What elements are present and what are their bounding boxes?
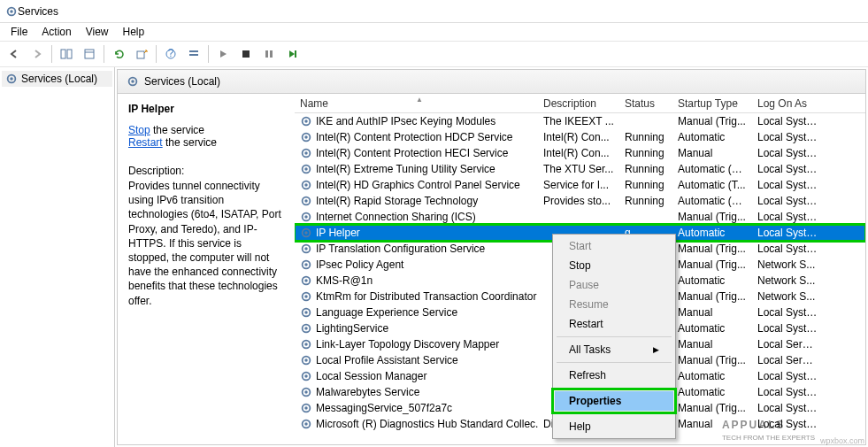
col-description[interactable]: Description (538, 97, 619, 110)
restart-suffix: the service (163, 136, 217, 149)
row-startup: Manual (672, 338, 752, 351)
svg-point-26 (304, 167, 308, 171)
cm-properties[interactable]: Properties (555, 391, 673, 411)
col-name[interactable]: ▲Name (295, 97, 538, 110)
col-startup-type[interactable]: Startup Type (672, 97, 752, 110)
row-description: Intel(R) Con... (538, 131, 619, 143)
svg-point-42 (304, 295, 308, 298)
service-icon (300, 338, 312, 351)
extra-button[interactable] (183, 43, 204, 65)
service-icon (300, 131, 312, 143)
service-row[interactable]: Intel(R) HD Graphics Control Panel Servi… (295, 177, 865, 193)
toolbar-separator (51, 45, 52, 63)
svg-rect-4 (85, 50, 94, 58)
stop-service-button[interactable] (235, 43, 257, 65)
row-startup: Manual (Trig... (672, 211, 752, 223)
description-text: Provides tunnel connectivity using IPv6 … (128, 179, 284, 308)
show-hide-tree-button[interactable] (56, 43, 77, 65)
forward-button[interactable] (27, 43, 48, 65)
restart-play-icon (287, 49, 297, 59)
row-startup: Automatic (D... (672, 195, 752, 207)
service-row[interactable]: Intel(R) Content Protection HDCP Service… (295, 129, 865, 145)
col-log-on-as[interactable]: Log On As (752, 97, 823, 110)
properties-button[interactable] (79, 43, 100, 65)
row-description: The IKEEXT ... (538, 115, 619, 127)
cm-stop[interactable]: Stop (555, 256, 673, 275)
body: Services (Local) Services (Local) IP Hel… (0, 67, 868, 447)
start-service-button[interactable] (212, 43, 234, 65)
svg-point-52 (304, 374, 308, 378)
row-description: Provides ne... (538, 211, 619, 223)
row-logon: Local Service (752, 354, 823, 366)
stop-icon (241, 49, 251, 59)
service-icon (300, 322, 312, 335)
row-name: Microsoft (R) Diagnostics Hub Standard C… (295, 418, 538, 430)
row-status: Running (619, 147, 672, 159)
help-button[interactable]: ? (160, 43, 181, 65)
back-button[interactable] (4, 43, 25, 65)
row-startup: Automatic (672, 131, 752, 143)
restart-service-button[interactable] (281, 43, 303, 65)
menu-file[interactable]: File (4, 24, 35, 40)
service-icon (300, 402, 312, 414)
tree-label: Services (Local) (21, 73, 97, 85)
row-startup: Manual (672, 306, 752, 319)
svg-rect-12 (265, 50, 268, 58)
row-startup: Manual (Trig... (672, 402, 752, 414)
menu-view[interactable]: View (79, 24, 116, 40)
service-row[interactable]: Intel(R) Content Protection HECI Service… (295, 145, 865, 161)
toolbar-separator (208, 45, 209, 63)
row-name: Local Session Manager (295, 370, 538, 382)
service-icon (300, 306, 312, 319)
service-icon (300, 243, 312, 255)
arrow-left-icon (8, 48, 20, 60)
title-bar: Services (0, 0, 868, 23)
row-status: Running (619, 179, 672, 191)
cm-restart[interactable]: Restart (555, 314, 673, 334)
row-name: Link-Layer Topology Discovery Mapper (295, 338, 538, 351)
row-logon: Network S... (752, 290, 823, 303)
service-row[interactable]: Intel(R) Rapid Storage TechnologyProvide… (295, 193, 865, 209)
stop-suffix: the service (150, 124, 204, 136)
restart-service-link[interactable]: Restart (128, 136, 163, 149)
stop-service-link[interactable]: Stop (128, 124, 150, 136)
menu-help[interactable]: Help (116, 24, 152, 40)
tree-services-local[interactable]: Services (Local) (2, 71, 112, 87)
chevron-right-icon: ▶ (653, 345, 659, 354)
row-startup: Automatic (672, 227, 752, 239)
export-button[interactable] (131, 43, 152, 65)
refresh-button[interactable] (108, 43, 129, 65)
service-row[interactable]: IKE and AuthIP IPsec Keying ModulesThe I… (295, 113, 865, 129)
cm-help[interactable]: Help (555, 417, 673, 436)
row-logon: Local Syste... (752, 163, 823, 175)
service-title: IP Helper (128, 103, 284, 115)
refresh-icon (112, 48, 125, 60)
svg-point-34 (304, 231, 308, 235)
service-row[interactable]: Internet Connection Sharing (ICS)Provide… (295, 209, 865, 225)
row-logon: Local Syste... (752, 306, 823, 319)
row-description: Provides sto... (538, 195, 619, 207)
row-name: KtmRm for Distributed Transaction Coordi… (295, 290, 538, 303)
service-row[interactable]: Intel(R) Extreme Tuning Utility ServiceT… (295, 161, 865, 177)
service-icon (300, 195, 312, 207)
svg-point-40 (304, 279, 308, 282)
col-status[interactable]: Status (619, 97, 672, 110)
menu-bar: File Action View Help (0, 23, 868, 41)
row-logon: Local Syste... (752, 211, 823, 223)
cm-refresh[interactable]: Refresh (555, 366, 673, 385)
row-startup: Automatic (T... (672, 179, 752, 191)
export-icon (135, 48, 148, 60)
pause-service-button[interactable] (258, 43, 280, 65)
svg-point-48 (304, 343, 308, 346)
row-logon: Network S... (752, 274, 823, 287)
row-description: Intel(R) Con... (538, 147, 619, 159)
row-logon: Local Service (752, 338, 823, 351)
row-startup: Manual (Trig... (672, 115, 752, 127)
menu-action[interactable]: Action (35, 24, 78, 40)
svg-rect-2 (61, 50, 65, 58)
cm-all-tasks[interactable]: All Tasks ▶ (555, 340, 673, 359)
row-status: Running (619, 131, 672, 143)
row-logon: Local Syste... (752, 131, 823, 143)
row-logon: Local Syste... (752, 195, 823, 207)
row-name: Malwarebytes Service (295, 386, 538, 398)
